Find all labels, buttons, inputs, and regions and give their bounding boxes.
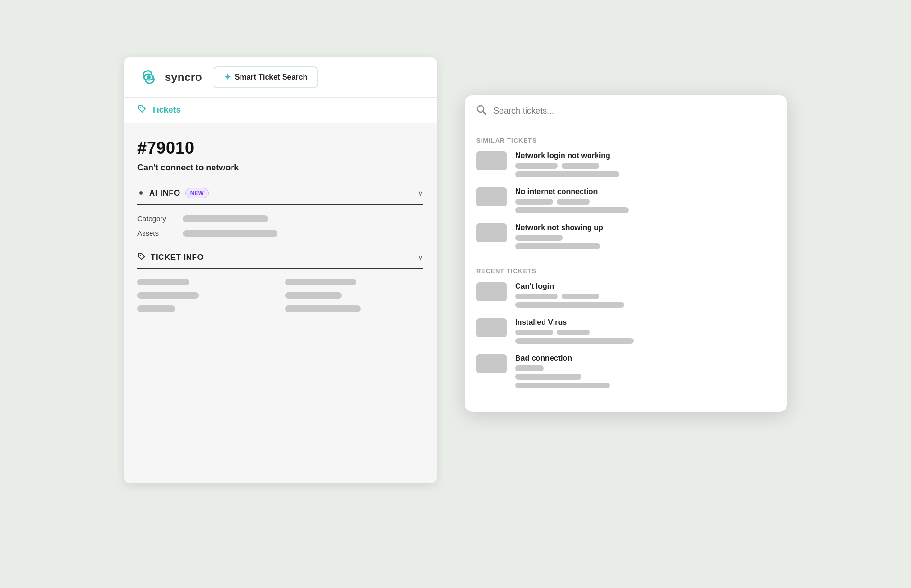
ai-info-header-left: ✦ AI INFO NEW [137,188,209,198]
tag-3a [515,235,563,241]
sparkle-icon: ✦ [224,72,231,82]
ai-info-section: ✦ AI INFO NEW ∨ Category Assets [137,188,423,237]
tag-1b [562,163,599,169]
recent-ticket-3-content: Bad connection [515,354,776,388]
recent-ticket-1[interactable]: Can't login [476,282,776,308]
assets-value-placeholder [183,230,277,237]
recent-ticket-2-content: Installed Virus [515,318,776,344]
recent-ticket-2-tags [515,330,776,335]
similar-ticket-1-desc [515,171,619,177]
recent-ticket-1-content: Can't login [515,282,776,308]
tag-2b [557,199,590,205]
ticket-tag-icon [137,252,146,263]
ticket-info-chevron[interactable]: ∨ [418,253,423,262]
ticket-subtitle: Can't connect to network [137,163,423,173]
recent-ticket-3-tags [515,365,776,371]
info-field-3 [137,292,199,299]
search-input[interactable] [493,106,776,116]
search-box[interactable] [465,95,787,127]
info-field-5 [137,305,175,312]
similar-ticket-3-desc [515,243,600,249]
ai-info-header[interactable]: ✦ AI INFO NEW ∨ [137,188,423,205]
recent-ticket-1-title: Can't login [515,282,776,291]
recent-ticket-1-thumb [476,282,507,301]
similar-ticket-2-thumb [476,187,507,206]
ticket-info-header[interactable]: TICKET INFO ∨ [137,252,423,269]
new-badge: NEW [185,188,209,198]
info-field-4 [285,292,342,299]
assets-row: Assets [137,229,423,237]
ticket-info-grid [137,279,423,312]
similar-ticket-2-desc [515,207,629,213]
recent-ticket-1-desc [515,302,624,308]
tag-icon [137,104,147,116]
svg-point-3 [140,255,141,256]
tag-r3a [515,365,544,371]
recent-ticket-3-desc2 [515,383,610,388]
similar-ticket-3-title: Network not showing up [515,223,776,232]
recent-ticket-3[interactable]: Bad connection [476,354,776,388]
ticket-info-title: TICKET INFO [151,253,204,262]
recent-ticket-3-desc [515,374,581,380]
smart-search-button[interactable]: ✦ Smart Ticket Search [214,66,318,88]
category-row: Category [137,214,423,223]
assets-label: Assets [137,229,175,237]
similar-ticket-2[interactable]: No internet connection [476,187,776,213]
tag-1a [515,163,558,169]
ticket-info-header-left: TICKET INFO [137,252,204,263]
recent-ticket-2-title: Installed Virus [515,318,776,327]
info-field-1 [137,279,189,285]
similar-ticket-3-tags [515,235,776,241]
ticket-content: #79010 Can't connect to network ✦ AI INF… [124,123,437,342]
ticket-number: #79010 [137,138,423,158]
category-value-placeholder [183,215,268,222]
smart-search-label: Smart Ticket Search [235,73,308,81]
tag-2a [515,199,553,205]
search-results: SIMILAR TICKETS Network login not workin… [465,127,787,412]
ticket-panel: syncro ✦ Smart Ticket Search Tickets #79… [124,57,437,483]
info-field-6 [285,305,361,312]
nav-tickets-label[interactable]: Tickets [152,105,181,115]
similar-ticket-1-thumb [476,151,507,170]
logo-text: syncro [165,71,202,84]
similar-ticket-1[interactable]: Network login not working [476,151,776,177]
recent-ticket-2-thumb [476,318,507,337]
recent-ticket-2-desc [515,338,634,344]
tag-r2b [557,330,590,335]
ai-sparkle-icon: ✦ [137,188,144,198]
similar-ticket-2-title: No internet connection [515,187,776,196]
section-divider [476,259,776,260]
tag-r2a [515,330,553,335]
svg-line-5 [483,112,486,115]
similar-tickets-section-title: SIMILAR TICKETS [476,137,776,144]
svg-point-1 [147,75,151,79]
similar-ticket-1-content: Network login not working [515,151,776,177]
tag-r1b [562,294,599,299]
app-header: syncro ✦ Smart Ticket Search [124,57,437,98]
recent-ticket-3-title: Bad connection [515,354,776,363]
svg-point-2 [140,107,142,108]
tag-r1a [515,294,558,299]
similar-ticket-3[interactable]: Network not showing up [476,223,776,249]
similar-ticket-3-content: Network not showing up [515,223,776,249]
recent-tickets-section-title: RECENT TICKETS [476,267,776,275]
recent-ticket-1-tags [515,294,776,299]
ai-info-title: AI INFO [149,188,180,198]
similar-ticket-1-title: Network login not working [515,151,776,160]
logo-area: syncro [137,66,202,89]
category-label: Category [137,214,175,223]
ticket-info-section: TICKET INFO ∨ [137,252,423,312]
info-field-2 [285,279,356,285]
syncro-logo-icon [137,66,160,89]
similar-ticket-2-content: No internet connection [515,187,776,213]
similar-ticket-3-thumb [476,223,507,242]
ai-info-chevron[interactable]: ∨ [418,189,423,198]
recent-ticket-3-thumb [476,354,507,373]
search-icon [476,105,487,117]
similar-ticket-1-tags [515,163,776,169]
similar-ticket-2-tags [515,199,776,205]
search-panel: SIMILAR TICKETS Network login not workin… [465,95,787,412]
recent-ticket-2[interactable]: Installed Virus [476,318,776,344]
nav-bar: Tickets [124,98,437,123]
